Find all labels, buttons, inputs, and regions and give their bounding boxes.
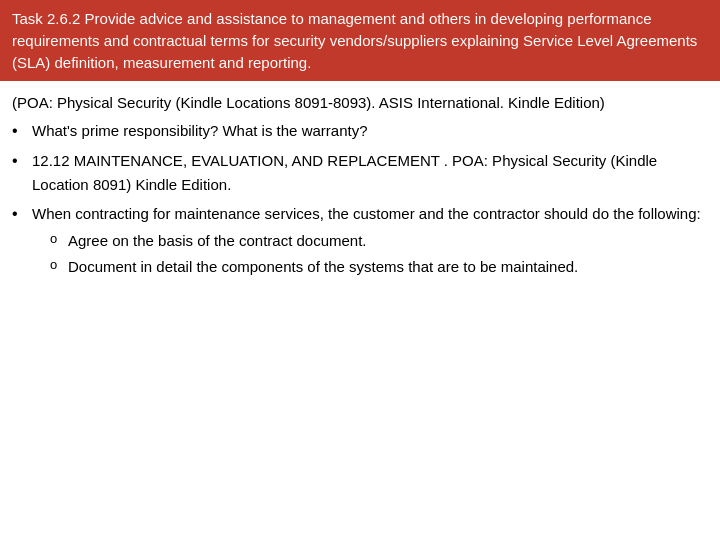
sub-bullet-icon: o (50, 229, 68, 249)
header-text: Task 2.6.2 Provide advice and assistance… (12, 10, 697, 71)
bullet-icon: • (12, 119, 32, 144)
list-item-text: 12.12 MAINTENANCE, EVALUATION, AND REPLA… (32, 149, 708, 196)
list-item: • When contracting for maintenance servi… (12, 202, 708, 282)
header-box: Task 2.6.2 Provide advice and assistance… (0, 0, 720, 81)
list-item: • 12.12 MAINTENANCE, EVALUATION, AND REP… (12, 149, 708, 196)
sub-list-item: o Document in detail the components of t… (50, 255, 708, 278)
list-item-text: What's prime responsibility? What is the… (32, 119, 708, 142)
sub-list: o Agree on the basis of the contract doc… (32, 229, 708, 279)
sub-bullet-icon: o (50, 255, 68, 275)
bullet-icon: • (12, 149, 32, 174)
sub-list-item: o Agree on the basis of the contract doc… (50, 229, 708, 252)
list-item: • What's prime responsibility? What is t… (12, 119, 708, 144)
poa-line: (POA: Physical Security (Kindle Location… (12, 91, 708, 114)
sub-item-text: Document in detail the components of the… (68, 255, 578, 278)
bullet-icon: • (12, 202, 32, 227)
list-item-text: When contracting for maintenance service… (32, 202, 708, 282)
content-box: (POA: Physical Security (Kindle Location… (0, 81, 720, 297)
sub-item-text: Agree on the basis of the contract docum… (68, 229, 367, 252)
bullet-list: • What's prime responsibility? What is t… (12, 119, 708, 282)
